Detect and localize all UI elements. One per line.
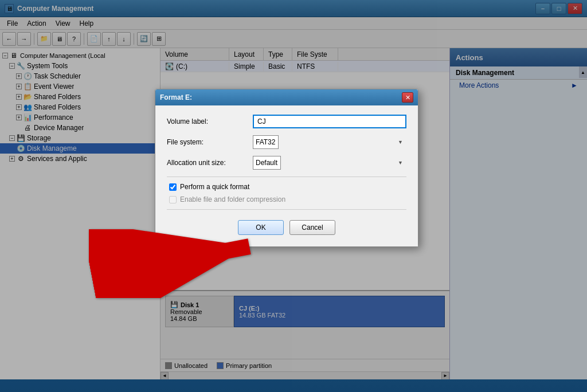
dialog-titlebar: Format E: ✕ bbox=[155, 89, 418, 105]
ok-button[interactable]: OK bbox=[238, 220, 284, 235]
compression-label: Enable file and folder compression bbox=[180, 195, 285, 203]
allocation-select-wrapper: Default512102420484096 bbox=[253, 156, 406, 170]
separator-1 bbox=[167, 177, 406, 177]
format-dialog: Format E: ✕ Volume label: File system: F… bbox=[155, 89, 418, 247]
dialog-close-button[interactable]: ✕ bbox=[402, 92, 413, 103]
compression-row: Enable file and folder compression bbox=[167, 195, 406, 203]
file-system-select[interactable]: FAT32NTFSexFAT bbox=[253, 135, 279, 149]
modal-overlay: Format E: ✕ Volume label: File system: F… bbox=[0, 0, 587, 392]
allocation-text: Allocation unit size: bbox=[167, 159, 253, 167]
separator-2 bbox=[167, 209, 406, 210]
quick-format-label[interactable]: Perform a quick format bbox=[180, 183, 249, 191]
dialog-buttons: OK Cancel bbox=[167, 215, 406, 237]
volume-label-row: Volume label: bbox=[167, 115, 406, 128]
cancel-button[interactable]: Cancel bbox=[289, 220, 335, 235]
quick-format-checkbox[interactable] bbox=[169, 183, 177, 191]
allocation-select[interactable]: Default512102420484096 bbox=[253, 156, 281, 170]
volume-label-text: Volume label: bbox=[167, 117, 253, 126]
dialog-title: Format E: bbox=[160, 93, 402, 101]
compression-checkbox bbox=[169, 196, 177, 203]
dialog-body: Volume label: File system: FAT32NTFSexFA… bbox=[155, 105, 418, 246]
file-system-select-wrapper: FAT32NTFSexFAT bbox=[253, 135, 406, 149]
file-system-row: File system: FAT32NTFSexFAT bbox=[167, 135, 406, 149]
file-system-text: File system: bbox=[167, 138, 253, 146]
volume-label-input[interactable] bbox=[253, 115, 406, 128]
quick-format-row: Perform a quick format bbox=[167, 183, 406, 191]
allocation-row: Allocation unit size: Default51210242048… bbox=[167, 156, 406, 170]
